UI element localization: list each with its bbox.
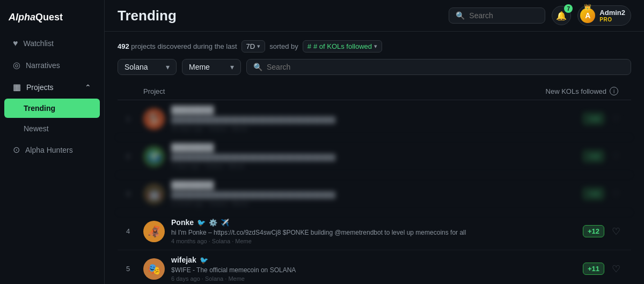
notification-button[interactable]: 🔔 7 — [552, 6, 571, 25]
info-icon[interactable]: i — [610, 87, 618, 95]
project-name-row: ████████ — [171, 143, 583, 152]
favorite-button[interactable]: ♡ — [610, 111, 623, 127]
content-area: 492 projects discovered during the last … — [105, 32, 644, 284]
rank-number: 5 — [126, 265, 143, 273]
project-description: ████████████████████████████████████ — [171, 191, 547, 199]
project-description: hi I'm Ponke – https://t.co/9zdS4swCj8 $… — [171, 229, 547, 236]
search-icon: 🔍 — [456, 11, 465, 20]
project-name-row: wifejak🐦 — [171, 256, 583, 264]
project-info: Ponke🐦⚙️✈️hi I'm Ponke – https://t.co/9z… — [171, 218, 583, 244]
social-icon[interactable]: 🐦 — [197, 219, 206, 227]
project-name: ████████ — [171, 106, 214, 114]
kol-count-badge: +13 — [583, 150, 604, 162]
projects-icon: ▦ — [13, 82, 21, 92]
favorite-button[interactable]: ♡ — [610, 261, 623, 277]
kol-count-badge: +14 — [583, 113, 604, 125]
notification-badge: 7 — [564, 4, 573, 13]
category-filter[interactable]: Meme ▾ — [182, 59, 241, 75]
global-search-input[interactable] — [469, 11, 538, 20]
rank-number: 3 — [126, 190, 143, 198]
search-icon-filter: 🔍 — [253, 63, 262, 71]
chevron-down-icon-category: ▾ — [230, 63, 234, 71]
project-meta: a month ago · Solana · Meme — [171, 200, 583, 207]
main-content: Trending 🔍 🔔 7 👑 A Admin2 PRO — [105, 0, 644, 284]
project-search-bar[interactable]: 🔍 — [246, 59, 631, 75]
chevron-up-icon: ⌃ — [85, 83, 91, 92]
kols-col-header: New KOLs followed i — [546, 87, 623, 95]
project-description: $WIFE - The official memecoin on SOLANA — [171, 266, 547, 274]
blockchain-filter[interactable]: Solana ▾ — [118, 59, 177, 75]
table-row[interactable]: 2🌍██████████████████████████████████████… — [118, 138, 631, 175]
favorite-button[interactable]: ♡ — [610, 223, 623, 240]
project-search-input[interactable] — [267, 63, 624, 71]
project-name: ████████ — [171, 181, 214, 189]
sidebar-item-alpha-hunters[interactable]: ⊙ Alpha Hunters — [4, 139, 100, 160]
chevron-down-icon-blockchain: ▾ — [166, 63, 170, 71]
user-info: Admin2 PRO — [599, 9, 625, 23]
project-meta: 30 days ago · Solana · Meme — [171, 125, 583, 132]
project-name: ████████ — [171, 143, 214, 152]
favorite-button[interactable]: ♡ — [610, 186, 623, 202]
heart-icon: ♥ — [13, 39, 18, 48]
chevron-down-icon: ▾ — [257, 43, 260, 50]
project-name: wifejak — [171, 256, 196, 264]
social-icon[interactable]: 🐦 — [200, 256, 208, 264]
project-avatar: 🦧 — [143, 221, 165, 242]
rank-number: 4 — [126, 227, 143, 235]
hash-icon: # — [308, 42, 311, 50]
project-meta: 6 days ago · Solana · Meme — [171, 275, 583, 282]
narratives-icon: ◎ — [13, 60, 20, 70]
rank-number: 1 — [126, 115, 143, 123]
topbar-right: 🔍 🔔 7 👑 A Admin2 PRO — [449, 5, 631, 26]
project-list: 1🐕██████████████████████████████████████… — [118, 100, 631, 284]
crown-icon: 👑 — [584, 4, 591, 11]
table-header: Project New KOLs followed i — [118, 83, 631, 100]
chevron-down-icon-sort: ▾ — [374, 43, 377, 50]
page-title: Trending — [118, 8, 177, 24]
project-info: ████████████████████████████████████████… — [171, 181, 583, 207]
project-avatar: 🐕 — [143, 108, 165, 130]
social-icon[interactable]: ⚙️ — [209, 219, 217, 227]
sidebar-item-watchlist[interactable]: ♥ Watchlist — [4, 33, 100, 54]
stats-bar: 492 projects discovered during the last … — [118, 40, 631, 53]
social-icon[interactable]: ✈️ — [221, 219, 229, 227]
project-meta: 4 days ago · Solana · Meme — [171, 163, 583, 169]
project-meta: 4 months ago · Solana · Meme — [171, 238, 583, 244]
logo-text: AlphaQuest — [9, 12, 63, 23]
rank-number: 2 — [126, 152, 143, 160]
table-row[interactable]: 4🦧Ponke🐦⚙️✈️hi I'm Ponke – https://t.co/… — [118, 213, 631, 250]
alpha-hunters-icon: ⊙ — [13, 145, 20, 155]
project-col-header: Project — [143, 87, 546, 95]
sidebar-item-trending[interactable]: Trending — [4, 99, 100, 118]
filter-controls: Solana ▾ Meme ▾ 🔍 — [118, 59, 631, 75]
kol-count-badge: +11 — [583, 263, 604, 275]
global-search-bar[interactable]: 🔍 — [449, 8, 545, 24]
project-info: ████████████████████████████████████████… — [171, 143, 583, 169]
logo: AlphaQuest — [0, 6, 104, 33]
project-name: Ponke — [171, 218, 194, 227]
topbar: Trending 🔍 🔔 7 👑 A Admin2 PRO — [105, 0, 644, 32]
sidebar-item-narratives[interactable]: ◎ Narratives — [4, 55, 100, 76]
kol-count-badge: +13 — [583, 188, 604, 200]
time-filter-pill[interactable]: 7D ▾ — [241, 40, 266, 53]
project-name-row: ████████ — [171, 106, 583, 114]
project-count-text: 492 projects discovered during the last — [118, 42, 237, 50]
sidebar: AlphaQuest ♥ Watchlist ◎ Narratives ▦ Pr… — [0, 0, 105, 284]
sidebar-item-projects[interactable]: ▦ Projects ⌃ — [4, 77, 100, 98]
project-name-row: Ponke🐦⚙️✈️ — [171, 218, 583, 227]
project-name-row: ████████ — [171, 181, 583, 189]
table-row[interactable]: 5🎭wifejak🐦$WIFE - The official memecoin … — [118, 250, 631, 284]
project-avatar: 🎭 — [143, 258, 165, 280]
project-info: wifejak🐦$WIFE - The official memecoin on… — [171, 256, 583, 282]
favorite-button[interactable]: ♡ — [610, 148, 623, 165]
project-info: ████████████████████████████████████████… — [171, 106, 583, 132]
sort-kols-button[interactable]: # # of KOLs followed ▾ — [303, 40, 382, 53]
project-description: ████████████████████████████████████ — [171, 154, 547, 161]
kol-count-badge: +12 — [583, 225, 604, 237]
sidebar-item-newest[interactable]: Newest — [4, 119, 100, 138]
table-row[interactable]: 3🤖██████████████████████████████████████… — [118, 175, 631, 213]
table-row[interactable]: 1🐕██████████████████████████████████████… — [118, 100, 631, 138]
project-description: ████████████████████████████████████ — [171, 116, 547, 124]
project-avatar: 🌍 — [143, 146, 165, 167]
user-profile-button[interactable]: 👑 A Admin2 PRO — [577, 5, 631, 26]
